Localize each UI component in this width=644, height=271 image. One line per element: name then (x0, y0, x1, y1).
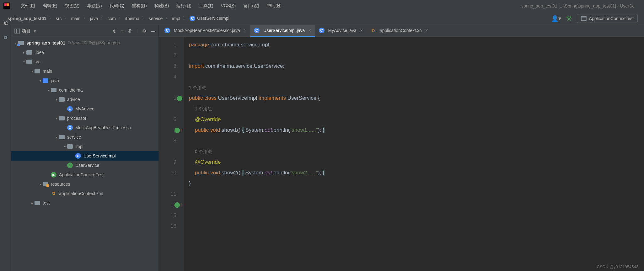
breadcrumb-item[interactable]: main (70, 16, 82, 21)
tree-node[interactable]: ▾src (11, 57, 158, 66)
xml-file-icon: ⧉ (370, 28, 376, 33)
tree-node-label: MockAopBeanPostProcesso (75, 125, 131, 130)
tree-node[interactable]: ▾resources (11, 179, 158, 189)
tree-node-label: ApplicationContextTest (59, 172, 104, 177)
svg-rect-2 (7, 3, 9, 6)
menu-s[interactable]: VCS(S) (217, 3, 239, 9)
close-icon[interactable]: × (426, 28, 428, 33)
chevron-right-icon[interactable]: ▸ (21, 51, 26, 54)
tree-node[interactable]: ▾impl (11, 142, 158, 151)
breadcrumb-item[interactable]: impl (171, 16, 181, 21)
breadcrumb-item[interactable]: spring_aop_test01 (6, 16, 48, 21)
tree-node[interactable]: CUserServiceImpl (11, 151, 158, 161)
editor-body[interactable]: 1234 5⬤ 67⬤↑8 910 1112⬤↑1516 package com… (159, 37, 644, 271)
chevron-down-icon[interactable]: ▾ (54, 117, 59, 120)
breadcrumb-item[interactable]: src (55, 16, 63, 21)
breadcrumb-item[interactable]: itheima (124, 16, 141, 21)
chevron-down-icon[interactable]: ▾ (21, 60, 26, 64)
collapse-all-icon[interactable]: ⇵ (128, 28, 132, 34)
structure-tool-icon[interactable]: ▦ (3, 35, 8, 40)
folder-icon (26, 50, 32, 55)
breadcrumb-item[interactable]: CUserServiceImpl (188, 16, 231, 21)
folder-icon (26, 60, 32, 64)
class-icon: C (67, 106, 73, 112)
class-icon: C (254, 28, 260, 33)
chevron-right-icon: 〉 (141, 16, 148, 21)
expand-all-icon[interactable]: ≡ (121, 28, 124, 34)
chevron-down-icon[interactable]: ▾ (54, 98, 59, 101)
menu-w[interactable]: 窗口(W) (239, 3, 263, 9)
tree-node[interactable]: ▾service (11, 132, 158, 142)
tree-node[interactable]: CMyAdvice (11, 104, 158, 114)
gear-icon[interactable]: ⚙ (142, 28, 146, 34)
line-number: 7⬤↑ (161, 125, 176, 136)
menu-r[interactable]: 重构(R) (128, 3, 150, 9)
menu-t[interactable]: 工具(T) (195, 3, 217, 9)
chevron-right-icon[interactable]: ▸ (30, 201, 35, 205)
tree-node-label: com.itheima (59, 88, 83, 93)
tree-node-label: java (51, 78, 59, 83)
tree-node[interactable]: ▶ApplicationContextTest (11, 170, 158, 179)
folder-icon (59, 135, 65, 139)
tree-node-label: .idea (35, 50, 44, 55)
chevron-down-icon[interactable]: ▾ (38, 79, 43, 82)
menu-v[interactable]: 视图(V) (61, 3, 83, 9)
breadcrumb-item[interactable]: com (106, 16, 117, 21)
editor-area: CMockAopBeanPostProcessor.java×CUserServ… (159, 25, 644, 271)
run-config-label: ApplicationContextTest (589, 16, 634, 21)
chevron-down-icon[interactable]: ▼ (33, 29, 37, 34)
menubar: 文件(F)编辑(E)视图(V)导航(N)代码(C)重构(R)构建(B)运行(U)… (0, 0, 644, 12)
project-panel-header: 项目 ▼ ⊕ ≡ ⇵ | ⚙ — (11, 25, 158, 37)
breadcrumb-item[interactable]: service (148, 16, 164, 21)
tree-node[interactable]: ▸test (11, 198, 158, 208)
chevron-down-icon[interactable]: ▾ (62, 145, 67, 148)
project-tree[interactable]: ▾ spring_aop_test01 D:\java2023破解\Spring… (11, 37, 158, 271)
tree-node-label: service (67, 135, 81, 140)
line-number: 1 (161, 40, 176, 50)
tree-root[interactable]: ▾ spring_aop_test01 D:\java2023破解\Spring… (11, 38, 158, 48)
line-number: 4 (161, 72, 176, 82)
tree-node-label: UserServiceImpl (83, 153, 116, 158)
tree-node[interactable]: ▾com.itheima (11, 85, 158, 95)
chevron-down-icon[interactable]: ▾ (46, 88, 51, 92)
code-content[interactable]: package com.itheima.service.impl; import… (184, 37, 644, 271)
editor-tab[interactable]: ⧉applicationContext.xn× (367, 25, 432, 37)
select-opened-file-icon[interactable]: ⊕ (113, 28, 117, 34)
close-icon[interactable]: × (244, 28, 246, 33)
close-icon[interactable]: × (360, 28, 363, 33)
menu-c[interactable]: 代码(C) (106, 3, 128, 9)
tree-node[interactable]: ▾advice (11, 95, 158, 104)
tree-node[interactable]: ▾java (11, 76, 158, 85)
tree-node[interactable]: ▾processor (11, 114, 158, 123)
menu-n[interactable]: 导航(N) (83, 3, 105, 9)
menu-h[interactable]: 帮助(H) (263, 3, 285, 9)
build-hammer-icon[interactable]: ⚒ (566, 15, 572, 22)
close-icon[interactable]: × (309, 28, 311, 33)
menu-u[interactable]: 运行(U) (173, 3, 195, 9)
editor-tab[interactable]: CUserServiceImpl.java× (250, 25, 315, 37)
tree-node[interactable]: ▾main (11, 66, 158, 76)
folder-icon (43, 182, 48, 186)
menu-f[interactable]: 文件(F) (17, 3, 39, 9)
chevron-down-icon[interactable]: ▾ (54, 136, 59, 139)
line-number: 10 (161, 167, 176, 178)
editor-tab[interactable]: CMyAdvice.java× (315, 25, 367, 37)
class-icon: ▶ (51, 172, 56, 178)
editor-tab[interactable]: CMockAopBeanPostProcessor.java× (161, 25, 250, 37)
tree-node[interactable]: ⧉applicationContext.xml (11, 189, 158, 198)
chevron-right-icon: 〉 (164, 16, 171, 21)
user-icon[interactable]: 👤▾ (551, 15, 561, 22)
hide-panel-icon[interactable]: — (151, 28, 155, 34)
tree-node[interactable]: IUserService (11, 161, 158, 170)
chevron-down-icon[interactable]: ▾ (38, 183, 43, 186)
run-configuration-selector[interactable]: ApplicationContextTest (577, 14, 638, 23)
tree-node[interactable]: CMockAopBeanPostProcesso (11, 123, 158, 132)
folder-icon (59, 116, 65, 120)
breadcrumb-item[interactable]: java (89, 16, 99, 21)
chevron-down-icon[interactable]: ▾ (30, 70, 35, 73)
tree-node[interactable]: ▸.idea (11, 48, 158, 57)
menu-b[interactable]: 构建(B) (151, 3, 173, 9)
tree-node-label: applicationContext.xml (59, 191, 103, 196)
line-number: 2 (161, 50, 176, 61)
menu-e[interactable]: 编辑(E) (39, 3, 61, 9)
